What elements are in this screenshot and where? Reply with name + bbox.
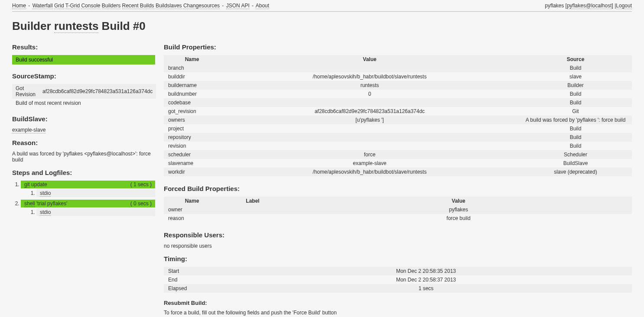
prop-name: got_revision (164, 107, 220, 116)
table-row: workdir/home/aplesovskih/b_habr/buildbot… (164, 168, 632, 176)
prop-value (220, 98, 519, 107)
step-link[interactable]: shell (24, 201, 35, 207)
reason-heading: Reason: (12, 139, 155, 146)
log-link[interactable]: stdio (40, 190, 51, 197)
log-item: stdio (36, 189, 155, 197)
prop-name: workdir (164, 168, 220, 176)
prop-value (220, 64, 519, 72)
prop-value (220, 142, 519, 150)
table-row: codebaseBuild (164, 98, 632, 107)
prop-source: BuildSlave (519, 159, 632, 168)
nav-tgrid[interactable]: T-Grid (65, 3, 80, 9)
nav-waterfall[interactable]: Waterfall (33, 3, 53, 9)
table-row: buildnumber0Build (164, 90, 632, 98)
prop-source: Scheduler (519, 150, 632, 159)
nav-home[interactable]: Home (12, 3, 26, 9)
resubmit-heading: Resubmit Build: (164, 300, 632, 306)
timing-value: Mon Dec 2 20:58:37 2013 (220, 275, 632, 284)
user-email[interactable]: pyflakes@localhost (567, 3, 612, 9)
user-bar: pyflakes [pyflakes@localhost] |Logout (545, 3, 632, 9)
resubmit-text: To force a build, fill out the following… (164, 310, 632, 316)
prop-source: A build was forced by 'pyflakes ': force… (519, 116, 632, 124)
nav-recent[interactable]: Recent Builds (122, 3, 154, 9)
table-row: Elapsed1 secs (164, 284, 632, 293)
prop-value: force (220, 150, 519, 159)
prop-value: runtests (220, 81, 519, 90)
prop-name: owners (164, 116, 220, 124)
step-row: shell 'trial pyflakes'( 0 secs ) (21, 200, 155, 207)
prop-name: slavename (164, 159, 220, 168)
table-row: revisionBuild (164, 142, 632, 150)
results-heading: Results: (12, 43, 155, 51)
nav-buildslaves[interactable]: Buildslaves (156, 3, 182, 9)
result-status: Build successful (12, 55, 155, 65)
prop-name: buildername (164, 81, 220, 90)
steps-heading: Steps and Logfiles: (12, 169, 155, 176)
nav-changesources[interactable]: Changesources (183, 3, 220, 9)
nav-json[interactable]: JSON API (226, 3, 250, 9)
top-nav: Home - Waterfall Grid T-Grid Console Bui… (12, 3, 269, 9)
responsible-text: no responsible users (164, 243, 632, 249)
timing-value: 1 secs (220, 284, 632, 293)
prop-value: af28cdb6caf82d9e29fc784823a531a126a374dc (220, 107, 519, 116)
table-row: repositoryBuild (164, 133, 632, 142)
table-row: slavenameexample-slaveBuildSlave (164, 159, 632, 168)
page-title: Builder runtests Build #0 (12, 19, 632, 33)
most-recent-text: Build of most recent revision (12, 99, 156, 107)
got-revision-label: Got Revision (12, 84, 39, 99)
prop-source: slave (519, 72, 632, 81)
timing-name: Elapsed (164, 284, 220, 293)
prop-source: Git (519, 107, 632, 116)
prop-name: repository (164, 133, 220, 142)
prop-name: revision (164, 142, 220, 150)
prop-name: branch (164, 64, 220, 72)
table-row: schedulerforceScheduler (164, 150, 632, 159)
prop-source: Build (519, 142, 632, 150)
log-link[interactable]: stdio (40, 209, 51, 216)
nav-grid[interactable]: Grid (54, 3, 64, 9)
prop-value: 0 (220, 90, 519, 98)
forced-properties-table: Name Label Value ownerpyflakes reasonfor… (164, 197, 632, 223)
responsible-heading: Responsible Users: (164, 231, 632, 239)
nav-builders[interactable]: Builders (102, 3, 120, 9)
forced-value: force build (285, 214, 632, 223)
prop-name: builddir (164, 72, 220, 81)
build-properties-heading: Build Properties: (164, 43, 632, 51)
log-item: stdio (36, 208, 155, 216)
user-name: pyflakes (545, 3, 564, 9)
got-revision-value: af28cdb6caf82d9e29fc784823a531a126a374dc (39, 84, 156, 99)
nav-console[interactable]: Console (81, 3, 100, 9)
prop-source: Build (519, 98, 632, 107)
nav-about[interactable]: About (256, 3, 269, 9)
step-item: shell 'trial pyflakes'( 0 secs )stdio (21, 200, 155, 216)
sourcestamp-heading: SourceStamp: (12, 72, 155, 80)
builder-link[interactable]: runtests (54, 19, 99, 33)
forced-properties-heading: Forced Build Properties: (164, 185, 632, 192)
forced-col-name: Name (164, 197, 220, 205)
timing-table: StartMon Dec 2 20:58:35 2013EndMon Dec 2… (164, 267, 632, 293)
table-row: StartMon Dec 2 20:58:35 2013 (164, 267, 632, 275)
prop-value: /home/aplesovskih/b_habr/buildbot/slave/… (220, 72, 519, 81)
forced-col-value: Value (285, 197, 632, 205)
divider-top (12, 11, 632, 12)
timing-name: End (164, 275, 220, 284)
prop-name: project (164, 124, 220, 133)
prop-source: Build (519, 124, 632, 133)
forced-name: owner (164, 205, 220, 214)
table-row: ownerpyflakes (164, 205, 632, 214)
table-row: buildernameruntestsBuilder (164, 81, 632, 90)
step-link[interactable]: git (24, 181, 30, 188)
step-item: git update( 1 secs )stdio (21, 181, 155, 197)
prop-source: Builder (519, 81, 632, 90)
prop-value (220, 133, 519, 142)
timing-value: Mon Dec 2 20:58:35 2013 (220, 267, 632, 275)
buildslave-heading: BuildSlave: (12, 115, 155, 123)
log-list: stdio (36, 208, 155, 216)
logout-link[interactable]: Logout (616, 3, 632, 9)
props-col-source: Source (519, 55, 632, 64)
timing-heading: Timing: (164, 255, 632, 262)
step-row: git update( 1 secs ) (21, 181, 155, 188)
prop-source: Build (519, 90, 632, 98)
table-row: got_revisionaf28cdb6caf82d9e29fc784823a5… (164, 107, 632, 116)
buildslave-link[interactable]: example-slave (12, 127, 46, 133)
